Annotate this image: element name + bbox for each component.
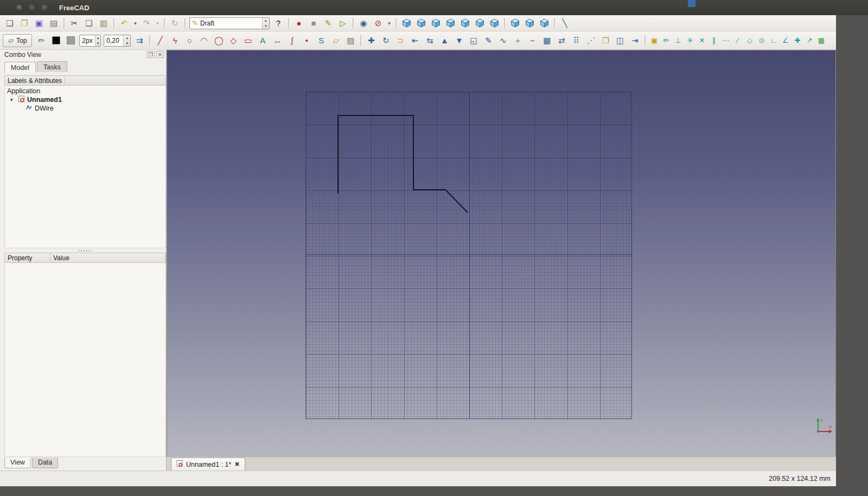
float-panel-icon[interactable]: ❐ (147, 51, 155, 58)
draft-to-sketch-icon[interactable]: ⇄ (554, 34, 569, 47)
face-color-swatch[interactable] (63, 34, 78, 47)
line-tool-icon[interactable]: ╱ (153, 34, 167, 47)
rectangle-tool-icon[interactable]: ▭ (241, 34, 255, 47)
snap-grid-icon[interactable]: ✳ (684, 34, 695, 47)
text-scale-spinner[interactable]: 0,20▴▾ (104, 35, 131, 47)
close-panel-icon[interactable]: ✕ (156, 51, 164, 58)
text-scale-spinner-up-icon[interactable]: ▴ (124, 35, 130, 41)
text-scale-spinner-down-icon[interactable]: ▾ (124, 41, 130, 46)
working-plane-button[interactable]: ▱Top (3, 34, 32, 47)
expander-icon[interactable]: ▾ (10, 97, 16, 102)
whatsthis-icon[interactable]: ? (271, 17, 285, 30)
open-file-icon[interactable]: ❐ (17, 17, 31, 30)
snap-parallel-icon[interactable]: ∥ (708, 34, 719, 47)
snap-ortho-icon[interactable]: ∟ (768, 34, 779, 47)
copy-icon[interactable]: ❑ (82, 17, 96, 30)
document-tab[interactable]: Unnamed1 : 1* ✖ (171, 458, 245, 471)
bottom-view-icon[interactable] (473, 17, 487, 30)
front-view-icon[interactable] (414, 17, 428, 30)
remove-point-icon[interactable]: − (525, 34, 539, 47)
scale-tool-icon[interactable]: ◱ (467, 34, 481, 47)
wire-to-bspline-icon[interactable]: ∿ (496, 34, 510, 47)
refresh-icon[interactable]: ↻ (168, 17, 182, 30)
macro-stop-icon[interactable]: ■ (307, 17, 321, 30)
isometric-view-icon[interactable] (508, 17, 522, 30)
dimension-tool-icon[interactable]: ↔ (270, 34, 284, 47)
redo-menu-icon[interactable]: ▾ (154, 17, 161, 30)
array-tool-icon[interactable]: ⠿ (569, 34, 583, 47)
right-view-icon[interactable] (443, 17, 457, 30)
snap-perpendicular-icon[interactable]: ⊥ (672, 34, 684, 47)
snap-near-icon[interactable]: ∕ (732, 34, 743, 47)
macro-edit-icon[interactable]: ✎ (321, 17, 335, 30)
line-color-swatch[interactable] (49, 34, 63, 47)
text-tool-icon[interactable]: A (256, 34, 270, 47)
snap-intersection-icon[interactable]: ✕ (696, 34, 707, 47)
snap-dimensions-icon[interactable]: ✚ (792, 34, 803, 47)
panel-splitter[interactable] (4, 248, 166, 253)
trimex-tool-icon[interactable]: ⇤ (408, 34, 422, 47)
undo-menu-icon[interactable]: ▾ (132, 17, 139, 30)
new-file-icon[interactable]: ❏ (3, 17, 17, 30)
snap-special-icon[interactable]: ∠ (780, 34, 791, 47)
workbench-selector-up-icon[interactable]: ▴ (263, 18, 269, 23)
move-to-group-icon[interactable]: ⇥ (628, 34, 642, 47)
tree-item-dwire[interactable]: DWire (5, 104, 165, 113)
trimetric-view-icon[interactable] (537, 17, 551, 30)
top-view-icon[interactable] (429, 17, 443, 30)
rear-view-icon[interactable] (458, 17, 472, 30)
line-width-spinner-down-icon[interactable]: ▾ (95, 41, 101, 46)
add-point-icon[interactable]: + (510, 34, 525, 47)
minimize-button[interactable]: − (28, 3, 36, 12)
polygon-tool-icon[interactable]: ◇ (226, 34, 240, 47)
shape-2d-view-icon[interactable]: ▦ (540, 34, 554, 47)
grid-toggle-icon[interactable]: ▦ (815, 34, 827, 47)
macro-play-icon[interactable]: ▷ (336, 17, 350, 30)
snap-angle-icon[interactable]: ◇ (744, 34, 755, 47)
circle-tool-icon[interactable]: ○ (182, 34, 196, 47)
draw-style-menu-icon[interactable]: ▾ (386, 17, 393, 30)
close-tab-icon[interactable]: ✖ (234, 461, 239, 468)
construction-mode-icon[interactable]: ✏ (34, 34, 48, 47)
tab-data[interactable]: Data (32, 458, 58, 468)
snap-working-plane-icon[interactable]: ↗ (803, 34, 815, 47)
hatch-tool-icon[interactable]: ▨ (343, 34, 358, 47)
fit-all-icon[interactable]: ◉ (356, 17, 371, 30)
rotate-tool-icon[interactable]: ↻ (379, 34, 393, 47)
shapestring-tool-icon[interactable]: S (314, 34, 328, 47)
property-column-header[interactable]: Property (5, 253, 50, 262)
edit-tool-icon[interactable]: ✎ (481, 34, 495, 47)
workbench-selector-down-icon[interactable]: ▾ (263, 23, 269, 29)
undo-icon[interactable]: ↶ (117, 17, 131, 30)
axonometric-view-icon[interactable] (399, 17, 413, 30)
tree-item-application[interactable]: Application (5, 87, 165, 95)
polyline-tool-icon[interactable]: ϟ (168, 34, 182, 47)
dwire-sketch[interactable] (305, 92, 632, 419)
draw-style-icon[interactable]: ⊘ (371, 17, 385, 30)
workbench-selector[interactable]: ✎Draft▴▾ (189, 17, 270, 29)
autogroup-icon[interactable]: ⇉ (132, 34, 146, 47)
snap-extension-icon[interactable]: ⋯ (720, 34, 731, 47)
ellipse-tool-icon[interactable]: ◯ (212, 34, 226, 47)
facebinder-tool-icon[interactable]: ▱ (329, 34, 343, 47)
dimetric-view-icon[interactable] (522, 17, 537, 30)
tab-tasks[interactable]: Tasks (37, 61, 67, 72)
path-array-icon[interactable]: ⋰ (584, 34, 598, 47)
downgrade-tool-icon[interactable]: ▼ (452, 34, 466, 47)
tree-item-document[interactable]: ▾ Unnamed1 (5, 95, 165, 104)
maximize-button[interactable]: + (40, 3, 49, 12)
redo-icon[interactable]: ↷ (139, 17, 154, 30)
cut-icon[interactable]: ✂ (67, 17, 81, 30)
snap-lock-icon[interactable]: ▣ (648, 34, 660, 47)
line-width-spinner-up-icon[interactable]: ▴ (95, 35, 101, 41)
snap-center-icon[interactable]: ⊙ (756, 34, 767, 47)
stretch-tool-icon[interactable]: ⇆ (423, 34, 437, 47)
tab-view[interactable]: View (4, 458, 31, 468)
print-icon[interactable]: ▤ (47, 17, 61, 30)
arc-tool-icon[interactable]: ◠ (197, 34, 211, 47)
point-tool-icon[interactable]: • (299, 34, 314, 47)
tab-model[interactable]: Model (4, 62, 36, 73)
macro-record-icon[interactable]: ● (292, 17, 306, 30)
move-tool-icon[interactable]: ✚ (364, 34, 378, 47)
clone-tool-icon[interactable]: ❒ (598, 34, 612, 47)
